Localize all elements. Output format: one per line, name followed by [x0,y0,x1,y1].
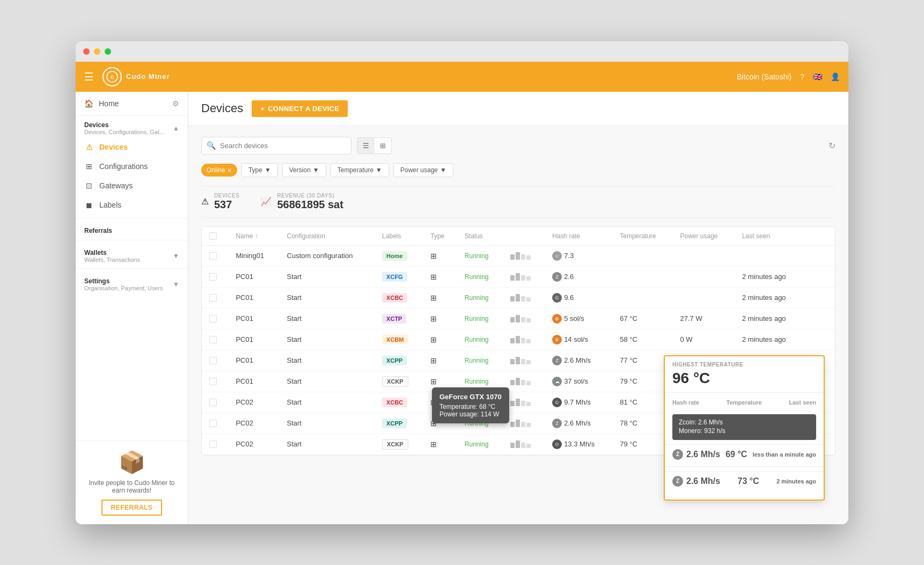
table-row: Mining01 Custom configuration Home ⊞ Run… [202,245,835,266]
row-checkbox [202,392,228,413]
flag-icon[interactable]: 🇬🇧 [813,72,822,81]
close-dot[interactable] [83,48,90,55]
coin-icon: ⊙ [552,293,562,303]
filters-bar: Online × Type ▼ Version ▼ Temperature ▼ [201,163,835,177]
type-filter-chevron: ▼ [265,166,271,174]
sidebar-wallets-section: Wallets Wallets, Transactions ▼ [76,244,188,265]
row-visual [503,329,545,350]
col-name[interactable]: Name ↑ [228,227,279,246]
sidebar-configurations-label: Configurations [99,162,148,171]
tooltip-title: GeForce GTX 1070 [439,393,502,401]
row-visual [503,434,545,454]
tooltip-power: Power usage: 114 W [439,410,502,418]
row-config: Start [280,350,375,371]
row-checkbox [202,434,228,454]
devices-stat-icon: ⚠ [201,196,209,207]
power-filter-chevron: ▼ [440,166,446,174]
main-content: Devices + CONNECT A DEVICE 🔍 ☰ ⊞ [188,92,848,524]
row-label: XCKP [375,371,423,392]
row-checkbox [202,266,228,287]
connect-btn-label: CONNECT A DEVICE [268,105,339,113]
os-icon: ⊞ [430,335,437,344]
promo-text: Invite people to Cudo Miner to earn rewa… [84,479,179,494]
row-config: Start [280,329,375,350]
row-status: Running [457,245,503,266]
row-name: PC01 [228,329,279,350]
sidebar-wallets-sub: Wallets, Transactions [84,256,140,263]
coin-icon: ⊕ [552,314,562,324]
currency-label[interactable]: Bitcoin (Satoshi) [737,72,791,81]
version-filter-button[interactable]: Version ▼ [282,163,326,177]
row-name: PC01 [228,350,279,371]
refresh-button[interactable]: ↻ [828,141,835,151]
gateways-icon: ⊡ [84,181,94,190]
os-icon: ⊞ [430,377,437,386]
temperature-filter-button[interactable]: Temperature ▼ [331,163,389,177]
sidebar-promo: 📦 Invite people to Cudo Miner to earn re… [76,441,188,524]
power-filter-button[interactable]: Power usage ▼ [393,163,453,177]
settings-expand-icon[interactable]: ▼ [173,281,179,288]
panel-header: HIGHEST TEMPERATURE [665,356,824,370]
view-toggle: ☰ ⊞ [357,137,392,154]
col-checkbox [202,227,228,246]
sidebar-referrals-title: Referrals [84,227,179,234]
sidebar-labels-label: Labels [99,201,121,209]
row-name: PC01 [228,266,279,287]
row-type: ⊞ [423,329,457,350]
type-filter-button[interactable]: Type ▼ [241,163,278,177]
os-icon: ⊞ [430,356,437,365]
wallets-expand-icon[interactable]: ▼ [173,252,179,260]
settings-icon[interactable]: ⚙ [172,99,179,108]
row-checkbox [202,308,228,329]
row-checkbox [202,245,228,266]
row-status: Running [457,308,503,329]
row-lastseen: 2 minutes ago [735,287,835,308]
account-icon[interactable]: 👤 [831,72,840,81]
sidebar-item-labels[interactable]: ◼ Labels [76,195,188,215]
row-hashrate: Z 2.6 Mh/s [545,350,612,371]
devices-stat-label: DEVICES [214,193,239,199]
minimize-dot[interactable] [94,48,100,55]
sidebar-gateways-label: Gateways [99,181,133,190]
maximize-dot[interactable] [105,48,111,55]
version-filter-chevron: ▼ [313,166,319,174]
stats-row: ⚠ DEVICES 537 📈 REVENUE (30 DAYS) 568618… [201,186,835,218]
svg-text:C: C [111,75,114,80]
online-filter-close[interactable]: × [228,166,232,174]
row-type: ⊞ [423,266,457,287]
row-status: Running [457,329,503,350]
inner-panel-monero: Monero: 932 h/s [679,427,810,435]
inner-panel-zcoin: Zcoin: 2.6 Mh/s [679,419,810,426]
devices-stat: ⚠ DEVICES 537 [201,193,239,211]
os-icon: ⊞ [430,440,437,449]
table-row: PC01 Start XCTP ⊞ Running ⊕ 5 sol/s 67 °… [202,308,835,329]
online-filter-label: Online [207,166,225,174]
grid-view-button[interactable]: ⊞ [375,138,391,153]
sidebar-divider-1 [76,218,188,218]
sidebar-home[interactable]: 🏠 Home ⚙ [76,92,188,116]
row-temp [612,266,672,287]
content-header: Devices + CONNECT A DEVICE [188,92,848,126]
coin-icon: ⊙ [552,398,562,407]
row-power: 27.7 W [673,308,735,329]
col-temperature: Temperature [612,227,672,246]
connect-device-button[interactable]: + CONNECT A DEVICE [252,100,348,117]
sidebar-item-devices[interactable]: ⚠ Devices [76,137,188,157]
collapse-icon[interactable]: ▲ [173,124,179,132]
hamburger-icon[interactable]: ☰ [84,70,94,83]
coin-icon: ☺ [552,251,562,261]
sidebar-devices-title: Devices [84,121,164,129]
row-hashrate: ⊙ 9.7 Mh/s [545,392,612,413]
referrals-button[interactable]: REFERRALS [101,500,163,516]
row-config: Start [280,413,375,434]
search-input[interactable] [201,137,351,155]
table-row: PC01 Start XCFG ⊞ Running Z 2.6 2 minute… [202,266,835,287]
sidebar-item-gateways[interactable]: ⊡ Gateways [76,176,188,195]
os-icon: ⊞ [430,273,437,281]
help-icon[interactable]: ? [800,72,804,81]
sidebar-divider-2 [76,240,188,240]
sidebar-item-configurations[interactable]: ⊞ Configurations [76,157,188,176]
list-view-button[interactable]: ☰ [357,138,375,153]
panel-table: Hash rate Temperature Last seen Zcoin: 2… [665,393,824,500]
panel-temp: 96 °C [665,370,824,393]
